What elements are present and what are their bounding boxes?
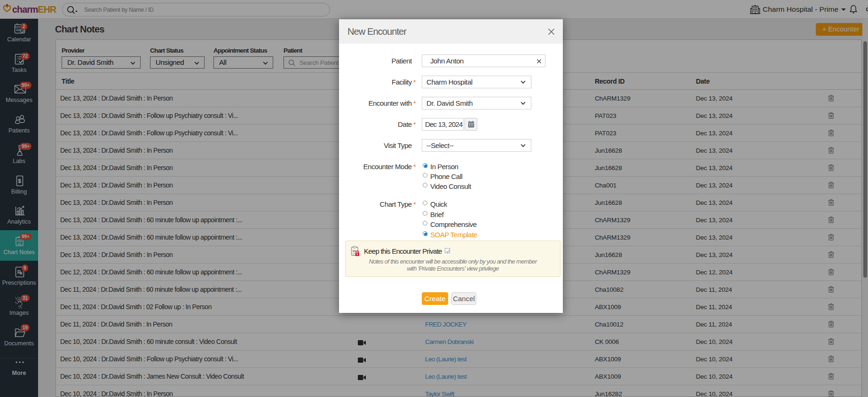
svg-text:00: 00 [353,249,356,252]
